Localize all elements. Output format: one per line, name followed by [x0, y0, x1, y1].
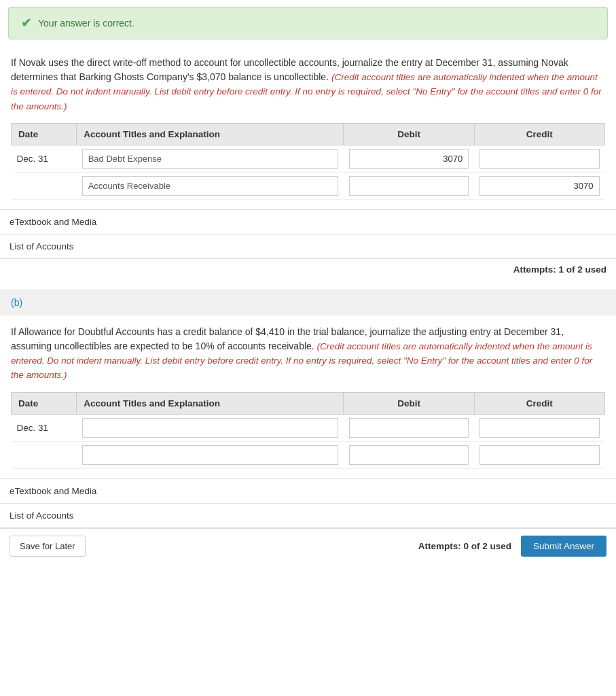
section-b-label: (b)	[11, 297, 22, 308]
debit-cell-2[interactable]	[344, 172, 474, 199]
credit-input-2[interactable]	[479, 176, 599, 196]
credit-input-1[interactable]	[479, 149, 599, 169]
attempts-text-b: Attempts: 0 of 2 used	[418, 541, 511, 551]
part-b-section: If Allowance for Doubtful Accounts has a…	[0, 315, 616, 469]
account-input-1[interactable]	[82, 149, 338, 169]
debit-input-b1[interactable]	[349, 418, 469, 438]
account-input-b1[interactable]	[82, 418, 338, 438]
part-b-question: If Allowance for Doubtful Accounts has a…	[11, 325, 605, 383]
table-row	[12, 172, 605, 199]
col-date-header: Date	[12, 123, 77, 145]
credit-cell-b1[interactable]	[474, 414, 604, 441]
part-b-footer: eTextbook and Media List of Accounts	[0, 478, 616, 528]
attempts-text-a: Attempts: 1 of 2 used	[0, 259, 616, 283]
account-input-2[interactable]	[82, 176, 338, 196]
col-date-header-b: Date	[12, 392, 77, 414]
credit-cell-1[interactable]	[474, 145, 604, 172]
list-accounts-link-b[interactable]: List of Accounts	[0, 504, 616, 528]
col-account-header-b: Account Titles and Explanation	[77, 392, 344, 414]
bottom-bar: Save for Later Attempts: 0 of 2 used Sub…	[0, 528, 616, 566]
table-row: Dec. 31	[12, 145, 605, 172]
account-input-b2[interactable]	[82, 445, 338, 465]
part-a-journal-table: Date Account Titles and Explanation Debi…	[11, 123, 605, 200]
account-cell-b2[interactable]	[77, 441, 344, 468]
debit-input-1[interactable]	[349, 149, 469, 169]
debit-cell-1[interactable]	[344, 145, 474, 172]
part-a-section: If Novak uses the direct write-off metho…	[0, 46, 616, 200]
debit-input-2[interactable]	[349, 176, 469, 196]
date-cell-2	[12, 172, 77, 199]
submit-button[interactable]: Submit Answer	[521, 536, 606, 557]
success-text: Your answer is correct.	[38, 18, 134, 29]
debit-input-b2[interactable]	[349, 445, 469, 465]
success-banner: ✔ Your answer is correct.	[8, 7, 608, 39]
list-accounts-link-a[interactable]: List of Accounts	[0, 234, 616, 259]
debit-cell-b2[interactable]	[344, 441, 474, 468]
credit-input-b2[interactable]	[479, 445, 599, 465]
debit-cell-b1[interactable]	[344, 414, 474, 441]
date-cell-1: Dec. 31	[12, 145, 77, 172]
date-cell-b1: Dec. 31	[12, 414, 77, 441]
col-account-header: Account Titles and Explanation	[77, 123, 344, 145]
credit-cell-2[interactable]	[474, 172, 604, 199]
etextbook-link-a[interactable]: eTextbook and Media	[0, 210, 616, 234]
credit-cell-b2[interactable]	[474, 441, 604, 468]
col-debit-header-b: Debit	[344, 392, 474, 414]
table-row: Dec. 31	[12, 414, 605, 441]
col-credit-header-b: Credit	[474, 392, 604, 414]
date-cell-b2	[12, 441, 77, 468]
col-debit-header: Debit	[344, 123, 474, 145]
bottom-right: Attempts: 0 of 2 used Submit Answer	[418, 536, 606, 557]
check-icon: ✔	[21, 16, 31, 31]
section-b-header: (b)	[0, 290, 616, 315]
part-b-journal-table: Date Account Titles and Explanation Debi…	[11, 392, 605, 469]
account-cell-1[interactable]	[77, 145, 344, 172]
part-a-footer: eTextbook and Media List of Accounts Att…	[0, 209, 616, 283]
col-credit-header: Credit	[474, 123, 604, 145]
table-row	[12, 441, 605, 468]
save-later-button[interactable]: Save for Later	[10, 536, 86, 557]
credit-input-b1[interactable]	[479, 418, 599, 438]
etextbook-link-b[interactable]: eTextbook and Media	[0, 479, 616, 504]
part-a-question: If Novak uses the direct write-off metho…	[11, 56, 605, 114]
account-cell-2[interactable]	[77, 172, 344, 199]
account-cell-b1[interactable]	[77, 414, 344, 441]
